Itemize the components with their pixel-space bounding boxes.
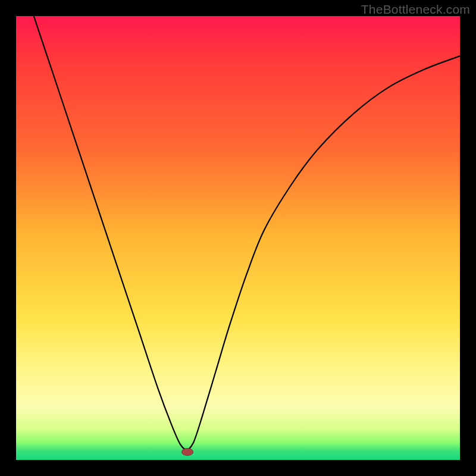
optimal-point-marker — [181, 448, 193, 456]
chart-frame: TheBottleneck.com — [0, 0, 476, 476]
bottleneck-curve — [16, 16, 460, 460]
watermark-text: TheBottleneck.com — [361, 2, 470, 17]
plot-area — [16, 16, 460, 460]
